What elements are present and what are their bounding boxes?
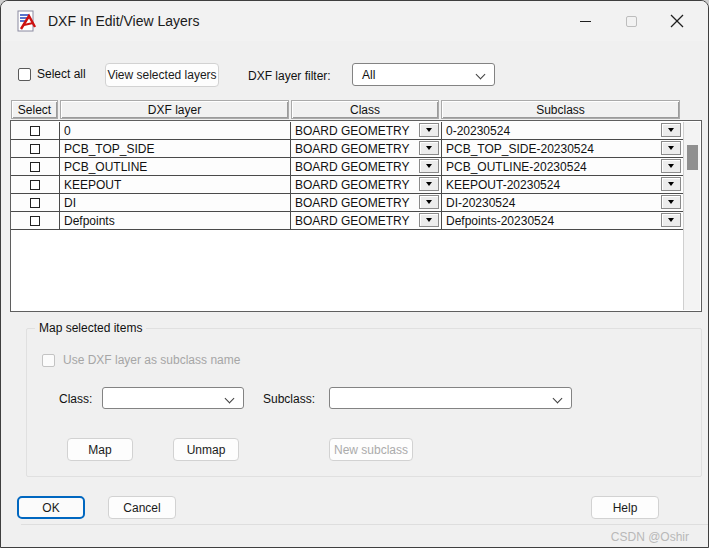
class-value: BOARD GEOMETRY (295, 196, 409, 210)
class-select[interactable] (102, 387, 244, 409)
dropdown-arrow-icon (426, 146, 432, 150)
header-subclass[interactable]: Subclass (441, 100, 680, 119)
class-value: BOARD GEOMETRY (295, 178, 409, 192)
dxf-layer-cell: PCB_TOP_SIDE (60, 140, 291, 157)
subclass-value: 0-20230524 (446, 124, 510, 138)
class-cell[interactable]: BOARD GEOMETRY (291, 212, 442, 229)
map-button[interactable]: Map (67, 438, 133, 461)
select-all-control: Select all (18, 67, 86, 81)
subclass-cell[interactable]: KEEPOUT-20230524 (442, 176, 683, 193)
table-row: KEEPOUT BOARD GEOMETRY KEEPOUT-20230524 (11, 176, 683, 194)
class-cell[interactable]: BOARD GEOMETRY (291, 176, 442, 193)
view-selected-layers-button[interactable]: View selected layers (105, 63, 219, 87)
row-checkbox[interactable] (30, 180, 40, 190)
table-row: DI BOARD GEOMETRY DI-20230524 (11, 194, 683, 212)
dxf-app-icon (16, 10, 38, 32)
row-checkbox[interactable] (30, 216, 40, 226)
class-value: BOARD GEOMETRY (295, 124, 409, 138)
dropdown-arrow-icon (668, 218, 674, 222)
class-cell[interactable]: BOARD GEOMETRY (291, 158, 442, 175)
scrollbar-thumb[interactable] (687, 145, 698, 170)
class-dropdown-button[interactable] (419, 123, 439, 137)
select-cell (11, 140, 60, 157)
subclass-value: KEEPOUT-20230524 (446, 178, 560, 192)
table-row: Defpoints BOARD GEOMETRY Defpoints-20230… (11, 212, 683, 230)
class-dropdown-button[interactable] (419, 159, 439, 173)
class-dropdown-button[interactable] (419, 177, 439, 191)
maximize-button (608, 1, 654, 41)
row-checkbox[interactable] (30, 144, 40, 154)
header-class[interactable]: Class (291, 100, 439, 119)
subclass-cell[interactable]: Defpoints-20230524 (442, 212, 683, 229)
dxf-layer-cell: DI (60, 194, 291, 211)
table-row: PCB_TOP_SIDE BOARD GEOMETRY PCB_TOP_SIDE… (11, 140, 683, 158)
layers-table-rows: 0 BOARD GEOMETRY 0-20230524 PCB_TOP_SIDE (11, 122, 683, 230)
layers-table: 0 BOARD GEOMETRY 0-20230524 PCB_TOP_SIDE (10, 120, 702, 312)
dropdown-arrow-icon (426, 218, 432, 222)
subclass-dropdown-button[interactable] (661, 123, 681, 137)
watermark-text: CSDN @Oshir (611, 530, 689, 544)
row-checkbox[interactable] (30, 198, 40, 208)
subclass-dropdown-button[interactable] (661, 159, 681, 173)
watermark-bar: CSDN @Oshir (21, 524, 708, 548)
cancel-button[interactable]: Cancel (108, 496, 176, 519)
class-dropdown-button[interactable] (419, 195, 439, 209)
class-cell[interactable]: BOARD GEOMETRY (291, 140, 442, 157)
use-dxf-layer-control: Use DXF layer as subclass name (42, 353, 240, 367)
subclass-cell[interactable]: DI-20230524 (442, 194, 683, 211)
minimize-icon (580, 21, 591, 22)
subclass-value: PCB_TOP_SIDE-20230524 (446, 142, 594, 156)
table-row: PCB_OUTLINE BOARD GEOMETRY PCB_OUTLINE-2… (11, 158, 683, 176)
row-checkbox[interactable] (30, 162, 40, 172)
select-cell (11, 158, 60, 175)
close-button[interactable] (654, 1, 700, 41)
help-button[interactable]: Help (591, 496, 659, 519)
subclass-dropdown-button[interactable] (661, 213, 681, 227)
dropdown-arrow-icon (668, 182, 674, 186)
minimize-button[interactable] (562, 1, 608, 41)
dropdown-arrow-icon (668, 146, 674, 150)
class-label: Class: (59, 392, 92, 406)
unmap-button[interactable]: Unmap (173, 438, 239, 461)
header-select[interactable]: Select (11, 100, 58, 119)
use-dxf-layer-checkbox (42, 354, 55, 367)
dropdown-arrow-icon (668, 128, 674, 132)
dxf-layer-cell: 0 (60, 122, 291, 139)
subclass-value: DI-20230524 (446, 196, 515, 210)
dropdown-arrow-icon (426, 182, 432, 186)
row-checkbox[interactable] (30, 126, 40, 136)
maximize-icon (626, 16, 637, 27)
subclass-select[interactable] (329, 387, 572, 409)
titlebar: DXF In Edit/View Layers (1, 1, 708, 41)
map-selected-items-group: Map selected items Use DXF layer as subc… (26, 328, 702, 477)
window-title: DXF In Edit/View Layers (48, 13, 199, 29)
subclass-dropdown-button[interactable] (661, 177, 681, 191)
select-all-checkbox[interactable] (18, 68, 31, 81)
ok-button[interactable]: OK (17, 496, 85, 519)
dxf-layer-filter-select[interactable]: All (352, 63, 495, 86)
subclass-cell[interactable]: PCB_TOP_SIDE-20230524 (442, 140, 683, 157)
vertical-scrollbar[interactable] (683, 122, 700, 310)
class-dropdown-button[interactable] (419, 213, 439, 227)
class-value: BOARD GEOMETRY (295, 214, 409, 228)
header-dxf-layer[interactable]: DXF layer (60, 100, 289, 119)
dxf-layer-cell: Defpoints (60, 212, 291, 229)
subclass-dropdown-button[interactable] (661, 195, 681, 209)
select-all-label: Select all (37, 67, 86, 81)
dropdown-arrow-icon (668, 200, 674, 204)
class-value: BOARD GEOMETRY (295, 160, 409, 174)
table-row: 0 BOARD GEOMETRY 0-20230524 (11, 122, 683, 140)
chevron-down-icon (553, 394, 563, 404)
dxf-layer-filter-label: DXF layer filter: (248, 69, 331, 83)
subclass-dropdown-button[interactable] (661, 141, 681, 155)
dropdown-arrow-icon (426, 164, 432, 168)
dxf-layer-cell: KEEPOUT (60, 176, 291, 193)
subclass-cell[interactable]: PCB_OUTLINE-20230524 (442, 158, 683, 175)
dxf-layer-cell: PCB_OUTLINE (60, 158, 291, 175)
subclass-label: Subclass: (263, 392, 315, 406)
class-cell[interactable]: BOARD GEOMETRY (291, 122, 442, 139)
class-dropdown-button[interactable] (419, 141, 439, 155)
subclass-cell[interactable]: 0-20230524 (442, 122, 683, 139)
chevron-down-icon (476, 70, 486, 80)
class-cell[interactable]: BOARD GEOMETRY (291, 194, 442, 211)
